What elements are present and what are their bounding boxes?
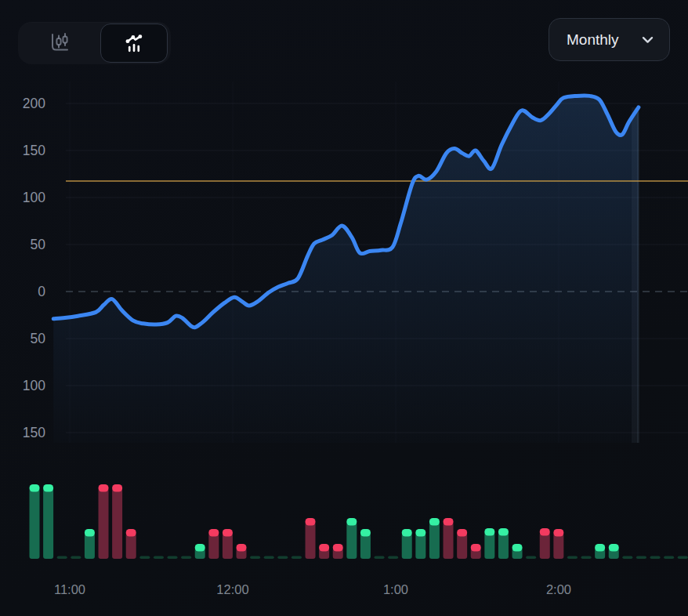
- volume-bar-cap: [85, 529, 95, 537]
- volume-bar-down: [223, 533, 233, 559]
- volume-bar-flat: [567, 556, 578, 560]
- volume-bar-cap: [99, 484, 109, 492]
- volume-bar-flat: [526, 556, 536, 560]
- volume-bar-cap: [319, 544, 329, 552]
- volume-bar-cap: [30, 484, 40, 492]
- volume-bar-flat: [181, 556, 191, 560]
- volume-bar-cap: [553, 529, 563, 537]
- volume-bar-cap: [512, 544, 523, 552]
- volume-bar-flat: [678, 556, 688, 560]
- volume-bar-flat: [250, 556, 260, 560]
- volume-bar-cap: [346, 518, 357, 526]
- volume-bar-cap: [112, 484, 122, 492]
- volume-bar-flat: [664, 556, 674, 560]
- y-axis-label: 150: [23, 143, 45, 158]
- x-axis-label: 12:00: [216, 582, 248, 596]
- volume-bar-up: [43, 488, 53, 559]
- volume-bar-down: [126, 533, 136, 559]
- volume-bar-up: [498, 532, 509, 559]
- y-axis-label: 100: [23, 190, 45, 205]
- x-axis-label: 1:00: [383, 582, 408, 596]
- volume-bar-flat: [650, 556, 661, 560]
- chevron-down-icon: [642, 36, 654, 44]
- volume-bar-cap: [609, 544, 619, 552]
- candlestick-chart-icon: [47, 31, 72, 56]
- volume-bar-cap: [595, 544, 605, 552]
- trading-chart-panel: 2001501005005010015011:0012:001:002:00: [0, 0, 688, 616]
- volume-bar-down: [540, 532, 550, 559]
- volume-bar-cap: [126, 529, 136, 537]
- volume-bar-flat: [636, 556, 646, 560]
- trend-chart-icon: [122, 31, 146, 55]
- x-axis-label: 2:00: [546, 582, 571, 596]
- volume-bar-flat: [168, 556, 178, 560]
- volume-bar-down: [99, 488, 109, 559]
- volume-bar-cap: [498, 528, 509, 536]
- volume-bar-up: [429, 522, 440, 559]
- volume-bar-cap: [360, 529, 371, 537]
- volume-bar-flat: [277, 556, 288, 560]
- volume-bar-flat: [71, 556, 81, 560]
- volume-bar-flat: [154, 556, 164, 560]
- volume-bar-up: [30, 488, 40, 559]
- y-axis-label: 200: [23, 96, 45, 111]
- volume-bar-flat: [622, 556, 632, 560]
- y-axis-label: 150: [23, 425, 45, 440]
- y-axis-label: 50: [31, 237, 46, 252]
- volume-bar-up: [402, 533, 412, 559]
- volume-bar-cap: [457, 529, 467, 537]
- y-axis-label: 100: [23, 378, 45, 393]
- volume-bar-flat: [581, 556, 592, 560]
- volume-bar-cap: [444, 518, 454, 526]
- y-axis-label: 50: [31, 331, 46, 346]
- volume-bar-down: [553, 533, 563, 559]
- price-area-fill: [53, 96, 639, 443]
- volume-bar-down: [208, 533, 219, 559]
- volume-bar-cap: [43, 484, 53, 492]
- volume-bar-flat: [139, 556, 150, 560]
- volume-bar-cap: [429, 518, 440, 526]
- volume-bar-up: [415, 533, 425, 559]
- volume-bar-down: [306, 522, 316, 559]
- chart-type-toggle: [18, 22, 171, 64]
- price-volume-chart[interactable]: 2001501005005010015011:0012:001:002:00: [0, 0, 688, 616]
- volume-bar-cap: [306, 518, 316, 526]
- candlestick-chart-button[interactable]: [18, 22, 100, 64]
- volume-bar-up: [360, 533, 371, 559]
- x-axis-label: 11:00: [54, 582, 85, 596]
- period-dropdown[interactable]: Monthly: [549, 18, 670, 61]
- volume-bar-down: [457, 533, 467, 559]
- volume-bar-cap: [195, 544, 205, 552]
- volume-bar-cap: [540, 528, 550, 536]
- volume-bar-cap: [333, 544, 343, 552]
- volume-bar-cap: [237, 544, 247, 552]
- volume-bar-cap: [402, 529, 412, 537]
- volume-bar-flat: [57, 556, 67, 560]
- volume-bar-cap: [471, 544, 481, 552]
- y-axis-label: 0: [38, 284, 45, 299]
- volume-bar-cap: [484, 528, 494, 536]
- period-selected-label: Monthly: [567, 31, 619, 49]
- volume-bar-flat: [291, 556, 302, 560]
- volume-bar-cap: [223, 529, 233, 537]
- line-chart-button[interactable]: [100, 24, 168, 63]
- volume-bar-cap: [208, 529, 219, 537]
- volume-bar-flat: [375, 556, 385, 560]
- chart-toolbar: Monthly: [0, 0, 688, 75]
- volume-bar-up: [484, 532, 494, 559]
- volume-bar-down: [112, 488, 122, 559]
- volume-bar-cap: [415, 529, 425, 537]
- volume-bar-down: [444, 522, 454, 559]
- volume-bar-up: [346, 522, 357, 559]
- volume-bar-flat: [388, 556, 398, 560]
- volume-bar-up: [85, 533, 95, 559]
- volume-bar-flat: [264, 556, 274, 560]
- current-time-band: [632, 107, 638, 443]
